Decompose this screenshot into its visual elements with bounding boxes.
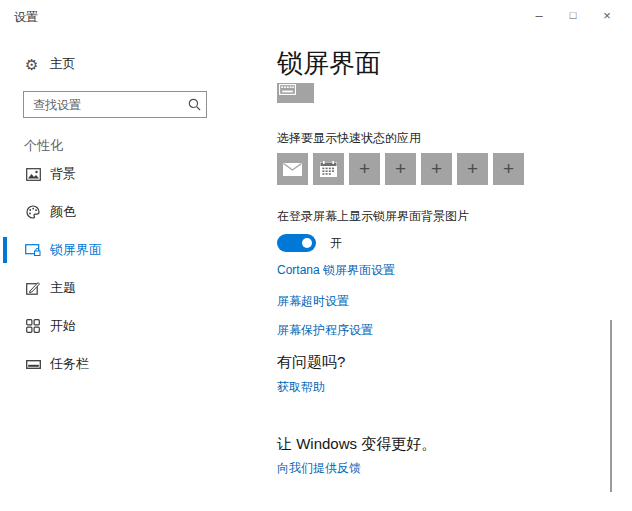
quick-status-tile-add[interactable]: +	[349, 153, 380, 185]
mail-icon	[283, 163, 302, 176]
toggle-knob	[302, 238, 312, 248]
quick-status-tile-calendar[interactable]	[313, 153, 344, 185]
quick-status-tile-add[interactable]: +	[421, 153, 452, 185]
start-tiles-icon	[25, 319, 41, 333]
give-feedback-link[interactable]: 向我们提供反馈	[277, 461, 361, 475]
cortana-lock-screen-settings-link[interactable]: Cortana 锁屏界面设置	[277, 263, 395, 277]
sidebar-item-label: 背景	[50, 165, 76, 183]
sidebar-item-label: 任务栏	[50, 355, 89, 373]
scrollbar-thumb[interactable]	[610, 320, 612, 492]
signin-background-toggle-row: 开	[277, 234, 617, 252]
plus-icon: +	[395, 159, 406, 178]
sidebar-item-label: 开始	[50, 317, 76, 335]
sidebar-item-home[interactable]: ⚙ 主页	[25, 54, 262, 74]
sidebar-item-label: 颜色	[50, 203, 76, 221]
screen-saver-settings-link[interactable]: 屏幕保护程序设置	[277, 323, 373, 337]
plus-icon: +	[503, 159, 514, 178]
screen-timeout-settings-link[interactable]: 屏幕超时设置	[277, 294, 349, 308]
quick-status-tile-add[interactable]: +	[385, 153, 416, 185]
quick-status-tile-add[interactable]: +	[493, 153, 524, 185]
sidebar-item-start[interactable]: 开始	[0, 314, 262, 338]
theme-pen-icon	[25, 281, 41, 295]
sidebar-item-label: 锁屏界面	[50, 241, 102, 259]
plus-icon: +	[467, 159, 478, 178]
maximize-button[interactable]: □	[556, 2, 590, 28]
sidebar-item-colors[interactable]: 颜色	[0, 200, 262, 224]
signin-background-label: 在登录屏幕上显示锁屏界面背景图片	[277, 208, 617, 224]
sidebar-item-taskbar[interactable]: 任务栏	[0, 352, 262, 376]
sidebar-item-background[interactable]: 背景	[0, 162, 262, 186]
toggle-switch-on[interactable]	[277, 234, 316, 252]
minimize-button[interactable]: –	[522, 2, 556, 28]
quick-status-tiles: + + + + +	[277, 153, 617, 185]
title-bar: 设置 – □ ×	[0, 0, 632, 32]
sidebar-item-label: 主题	[50, 279, 76, 297]
page-title: 锁屏界面	[277, 48, 617, 78]
color-palette-icon	[25, 205, 41, 219]
quick-status-tile-mail[interactable]	[277, 153, 308, 185]
keyboard-icon	[279, 84, 296, 95]
quick-status-tile-add[interactable]: +	[457, 153, 488, 185]
taskbar-icon	[25, 360, 41, 369]
get-help-link[interactable]: 获取帮助	[277, 380, 325, 394]
lock-screen-settings-page: 锁屏界面 选择要显示快速状态的应用	[277, 40, 617, 475]
calendar-icon	[320, 161, 337, 177]
background-image-icon	[25, 168, 41, 181]
sidebar-nav: 背景 颜色	[0, 162, 262, 376]
search-icon[interactable]	[188, 98, 201, 111]
toggle-state-label: 开	[330, 235, 342, 252]
help-heading: 有问题吗?	[277, 352, 617, 372]
sidebar-item-themes[interactable]: 主题	[0, 276, 262, 300]
close-button[interactable]: ×	[590, 2, 624, 28]
keyboard-preview-button[interactable]	[277, 83, 314, 103]
window-controls: – □ ×	[522, 2, 624, 28]
selection-accent-bar	[3, 237, 7, 263]
lock-screen-icon	[25, 243, 41, 257]
section-label-personalization: 个性化	[24, 138, 262, 154]
search-input[interactable]	[24, 98, 188, 112]
settings-sidebar: ⚙ 主页 个性化 背景	[0, 40, 262, 390]
quick-status-label: 选择要显示快速状态的应用	[277, 130, 617, 146]
gear-icon: ⚙	[25, 57, 38, 72]
plus-icon: +	[359, 159, 370, 178]
feedback-heading: 让 Windows 变得更好。	[277, 434, 617, 454]
sidebar-item-lock-screen[interactable]: 锁屏界面	[0, 238, 262, 262]
plus-icon: +	[431, 159, 442, 178]
search-box	[23, 91, 207, 118]
home-label: 主页	[49, 55, 75, 73]
window-title: 设置	[14, 9, 38, 26]
